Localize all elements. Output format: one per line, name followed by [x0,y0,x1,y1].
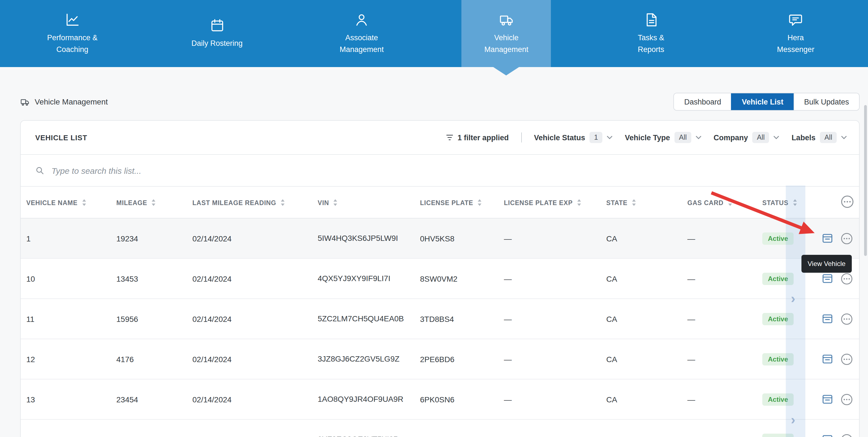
col-header-label: GAS CARD [687,199,723,206]
col-header-last-mileage-reading[interactable]: LAST MILEAGE READING [187,187,312,218]
cell-license-plate-exp: — [498,299,601,339]
nav-item-performance-coaching[interactable]: Performance & Coaching [0,0,145,67]
sort-arrows-icon [151,199,156,206]
status-badge: Active [762,313,794,325]
cell-license-plate: 6PK0SN6 [414,379,498,419]
nav-item-daily-rostering[interactable]: Daily Rostering [145,0,289,67]
col-header-mileage[interactable]: MILEAGE [111,187,187,218]
filter-label: Vehicle Type [625,133,670,142]
truck-icon [499,12,514,28]
col-header-label: STATUS [762,199,788,206]
cell-vehicle-name: 14 [21,419,111,437]
cell-status: Active [757,299,822,339]
view-vehicle-file-icon[interactable] [822,353,833,365]
col-header-gas-card[interactable]: GAS CARD [682,187,757,218]
cell-actions [822,339,859,379]
cell-gas-card: — [682,218,757,259]
cell-status: Active [757,419,822,437]
nav-item-label: Tasks & Reports [624,33,678,55]
nav-item-vehicle-management[interactable]: Vehicle Management [434,0,579,67]
row-more-ellipsis-icon[interactable] [841,433,853,437]
row-more-ellipsis-icon[interactable] [841,232,853,244]
cell-actions [822,218,859,259]
col-header-status[interactable]: STATUS [757,187,822,218]
divider [521,132,522,142]
tab-dashboard[interactable]: Dashboard [674,93,731,110]
table-row[interactable]: 14 19443 02/14/2024 9YF2EC8QE2VT5XI0P 0I… [21,419,859,437]
cell-state: CA [601,419,682,437]
cell-license-plate: 3TD8BS4 [414,299,498,339]
cell-status: Active [757,379,822,419]
col-header-state[interactable]: STATE [601,187,682,218]
table-row[interactable]: 12 4176 02/14/2024 3JZ8GJ6CZ2GV5LG9Z 2PE… [21,339,859,379]
tab-vehicle-list[interactable]: Vehicle List [731,93,794,110]
filter-company[interactable]: Company All [714,132,779,143]
top-nav: Performance & Coaching Daily Rostering A… [0,0,868,67]
chat-bubble-icon [788,12,803,28]
filter-applied-indicator[interactable]: 1 filter applied [446,133,509,142]
breadcrumb: Vehicle Management [20,97,108,106]
cell-gas-card: — [682,419,757,437]
scrollbar[interactable] [864,105,867,256]
view-vehicle-file-icon[interactable] [822,273,833,284]
cell-gas-card: — [682,379,757,419]
filter-labels[interactable]: Labels All [792,132,847,143]
cell-vin: 4QX5YJ9XY9IF9LI7I [312,259,414,299]
row-more-ellipsis-icon[interactable] [841,313,853,325]
col-header-vin[interactable]: VIN [312,187,414,218]
table-row[interactable]: 11 15956 02/14/2024 5ZC2LM7CH5QU4EA0B 3T… [21,299,859,339]
view-vehicle-file-icon[interactable] [822,394,833,405]
nav-item-hera-messenger[interactable]: Hera Messenger [723,0,868,67]
col-header-label: MILEAGE [116,199,147,206]
cell-mileage: 19443 [111,419,187,437]
col-header-license-plate-exp[interactable]: LICENSE PLATE EXP [498,187,601,218]
col-header-label: STATE [606,199,627,206]
expand-column-chevron-icon[interactable]: › [791,292,795,305]
cell-license-plate-exp: — [498,218,601,259]
nav-item-associate-management[interactable]: Associate Management [289,0,434,67]
panel-header: VEHICLE LIST 1 filter applied Vehicle St… [21,121,859,154]
cell-vin: 1AO8QY9JR4OF9UA9R [312,379,414,419]
nav-item-label: Hera Messenger [768,33,823,55]
col-header-license-plate[interactable]: LICENSE PLATE [414,187,498,218]
cell-state: CA [601,339,682,379]
table-row[interactable]: 1 19234 02/14/2024 5IW4HQ3KS6JP5LW9I 0HV… [21,218,859,259]
expand-column-chevron-icon[interactable]: › [791,413,795,426]
cell-license-plate: 8SW0VM2 [414,259,498,299]
filter-label: Labels [792,133,816,142]
filter-vehicle-status[interactable]: Vehicle Status 1 [534,132,612,143]
view-switcher: Dashboard Vehicle List Bulk Updates [674,93,860,111]
page-title: Vehicle Management [35,97,108,106]
row-more-ellipsis-icon[interactable] [841,393,853,405]
table-options-ellipsis-icon[interactable] [841,195,854,208]
cell-vin: 5IW4HQ3KS6JP5LW9I [312,218,414,259]
cell-license-plate: 2PE6BD6 [414,339,498,379]
table-row[interactable]: 10 13453 02/14/2024 4QX5YJ9XY9IF9LI7I 8S… [21,259,859,299]
cell-last-mileage-reading: 02/14/2024 [187,299,312,339]
filter-label: Company [714,133,748,142]
cell-mileage: 15956 [111,299,187,339]
col-header-vehicle-name[interactable]: VEHICLE NAME [21,187,111,218]
chevron-down-icon [607,136,612,139]
calendar-icon [210,18,224,33]
filter-value-chip: All [752,132,769,143]
sort-arrows-icon [280,199,285,206]
view-vehicle-file-icon[interactable] [822,434,833,437]
search-input[interactable] [50,165,844,176]
cell-vin: 9YF2EC8QE2VT5XI0P [312,419,414,437]
cell-vehicle-name: 13 [21,379,111,419]
row-more-ellipsis-icon[interactable] [841,353,853,365]
cell-mileage: 19234 [111,218,187,259]
filter-value-chip: All [820,132,837,143]
col-header-label: VEHICLE NAME [26,199,78,206]
table-row[interactable]: 13 23454 02/14/2024 1AO8QY9JR4OF9UA9R 6P… [21,379,859,419]
tab-bulk-updates[interactable]: Bulk Updates [793,93,859,110]
search-bar [21,154,859,186]
view-vehicle-file-icon[interactable] [822,313,833,325]
nav-item-tasks-reports[interactable]: Tasks & Reports [579,0,723,67]
row-more-ellipsis-icon[interactable] [841,272,853,285]
cell-last-mileage-reading: 02/14/2024 [187,419,312,437]
view-vehicle-file-icon[interactable] [822,232,833,244]
nav-item-label: Daily Rostering [190,38,244,50]
filter-vehicle-type[interactable]: Vehicle Type All [625,132,701,143]
